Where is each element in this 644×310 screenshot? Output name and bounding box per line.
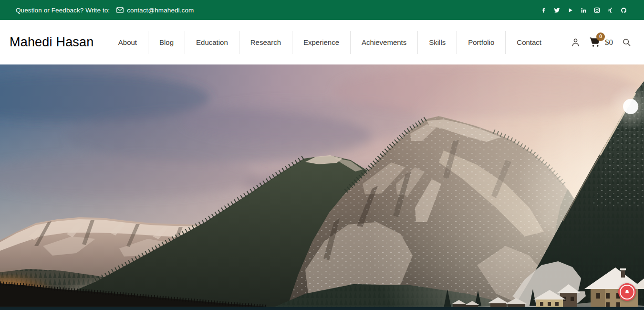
social-links: [540, 7, 627, 13]
search-icon: [622, 38, 631, 47]
hero-section: [0, 64, 644, 310]
play-icon[interactable]: [567, 7, 573, 13]
nav-item-experience[interactable]: Experience: [292, 31, 350, 54]
cart-button[interactable]: 0 $0: [590, 37, 613, 48]
site-logo[interactable]: Mahedi Hasan: [10, 35, 94, 50]
topbar: Question or Feedback? Write to: contact@…: [0, 0, 644, 20]
nav-item-about[interactable]: About: [107, 31, 148, 54]
search-button[interactable]: [622, 38, 631, 47]
nav-item-portfolio[interactable]: Portfolio: [457, 31, 505, 54]
nav-item-research[interactable]: Research: [239, 31, 292, 54]
site-header: Mahedi Hasan About Blog Education Resear…: [0, 20, 644, 64]
cart-total: $0: [605, 38, 613, 47]
github-icon[interactable]: [621, 7, 627, 13]
account-button[interactable]: [571, 37, 581, 47]
mail-icon: [116, 7, 124, 13]
topbar-message: Question or Feedback? Write to:: [16, 7, 110, 14]
contact-email-link[interactable]: contact@hmahedi.com: [127, 7, 194, 14]
hero-image: [0, 64, 644, 310]
user-icon: [571, 37, 581, 47]
nav-item-blog[interactable]: Blog: [148, 31, 185, 54]
cart-count-badge: 0: [596, 32, 605, 41]
notification-bell-button[interactable]: [618, 283, 636, 301]
linkedin-icon[interactable]: [581, 7, 587, 13]
twitter-icon[interactable]: [554, 7, 560, 13]
nav-item-education[interactable]: Education: [185, 31, 239, 54]
facebook-icon[interactable]: [540, 7, 547, 13]
main-nav: About Blog Education Research Experience…: [107, 31, 552, 54]
nav-item-contact[interactable]: Contact: [505, 31, 552, 54]
bell-icon: [620, 285, 634, 299]
nav-item-skills[interactable]: Skills: [417, 31, 457, 54]
instagram-icon[interactable]: [594, 7, 600, 13]
nav-item-achievements[interactable]: Achievements: [350, 31, 417, 54]
xing-icon[interactable]: [607, 7, 613, 13]
